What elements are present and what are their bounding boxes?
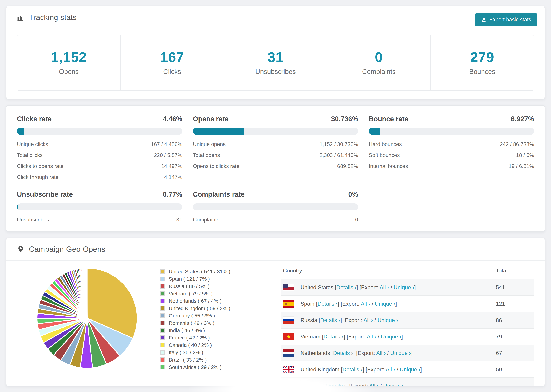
legend-item-spain: Spain ( 121 / 7% ) (160, 275, 264, 283)
stat-label: Click through rate (17, 174, 58, 180)
stat-label: Unique clicks (17, 141, 48, 147)
details-link[interactable]: Details › (326, 383, 346, 386)
stat-row-unique-clicks: Unique clicks167 / 4.456% (17, 139, 182, 150)
geo-table-row-netherlands: Netherlands [Details ›] [Export: All › /… (281, 345, 534, 361)
legend-label: Brazil ( 33 / 2% ) (169, 357, 207, 363)
summary-cell-clicks: 167Clicks (121, 35, 224, 91)
country-total (494, 378, 534, 386)
legend-swatch (160, 365, 165, 369)
country-name: Spain (300, 301, 316, 307)
stat-value: 18 / 0% (516, 152, 534, 158)
export-unique-link[interactable]: Unique › (375, 301, 396, 307)
stat-label: Unsubscribes (17, 217, 49, 223)
rate-value: 4.46% (163, 115, 182, 123)
stat-row-total-opens: Total opens2,303 / 61.446% (193, 150, 358, 161)
rates-grid: Clicks rate4.46%Unique clicks167 / 4.456… (6, 105, 545, 225)
dotted-leader (61, 179, 162, 179)
rate-value: 0% (348, 190, 358, 198)
stat-row-total-clicks: Total clicks220 / 5.87% (17, 150, 182, 161)
summary-row: 1,152Opens167Clicks31Unsubscribes0Compla… (17, 35, 534, 91)
rate-title: Opens rate (193, 115, 229, 123)
stat-value: 19 / 6.81% (509, 163, 534, 169)
export-basic-stats-button[interactable]: Export basic stats (475, 13, 537, 26)
details-link[interactable]: Details › (318, 301, 338, 307)
summary-value-complaints: 0 (327, 49, 430, 65)
export-unique-link[interactable]: Unique › (394, 284, 414, 290)
country-total: 86 (494, 312, 534, 328)
country-cell: Germany [Details ›] [Export: All › / Uni… (281, 378, 494, 386)
export-basic-stats-label: Export basic stats (489, 17, 531, 23)
dotted-leader (228, 146, 317, 146)
summary-value-unsubscribes: 31 (224, 49, 327, 65)
legend-item-south-africa: South Africa ( 29 / 2% ) (160, 364, 264, 371)
legend-swatch (160, 299, 165, 303)
legend-swatch (160, 291, 165, 296)
export-all-link[interactable]: All › (363, 317, 373, 323)
export-unique-link[interactable]: Unique › (383, 383, 404, 386)
geo-content: United States ( 541 / 31% )Spain ( 121 /… (6, 261, 545, 386)
legend-swatch (160, 335, 165, 340)
legend-swatch (160, 343, 165, 347)
legend-item-canada: Canada ( 40 / 2% ) (160, 341, 264, 349)
stat-row-internal-bounces: Internal bounces19 / 6.81% (369, 161, 534, 172)
summary-value-clicks: 167 (121, 49, 224, 65)
legend-item-brazil: Brazil ( 33 / 2% ) (160, 356, 264, 364)
country-total: 59 (494, 361, 534, 378)
geo-legend: United States ( 541 / 31% )Spain ( 121 /… (160, 268, 264, 371)
export-all-link[interactable]: All › (386, 366, 395, 372)
country-name: United States (300, 284, 335, 290)
export-unique-link[interactable]: Unique › (377, 317, 398, 323)
legend-item-russia: Russia ( 86 / 5% ) (160, 283, 264, 290)
summary-cell-opens: 1,152Opens (17, 35, 121, 91)
legend-label: Spain ( 121 / 7% ) (169, 276, 210, 282)
campaign-geo-opens-title: Campaign Geo Opens (29, 245, 106, 253)
export-all-link[interactable]: All › (376, 350, 386, 356)
rate-block-complaints-rate: Complaints rate0%Complaints0 (193, 190, 358, 225)
legend-item-france: France ( 42 / 2% ) (160, 334, 264, 341)
details-link[interactable]: Details › (324, 334, 344, 340)
export-unique-link[interactable]: Unique › (400, 366, 420, 372)
legend-swatch (160, 328, 165, 333)
stat-label: Opens to clicks rate (193, 163, 239, 169)
details-link[interactable]: Details › (342, 366, 362, 372)
legend-item-netherlands: Netherlands ( 67 / 4% ) (160, 297, 264, 305)
geo-table-header-row: Country Total (281, 262, 534, 279)
country-name: Netherlands (300, 350, 332, 356)
export-unique-link[interactable]: Unique › (390, 350, 411, 356)
dotted-leader (51, 146, 149, 146)
flag-us-icon (283, 284, 294, 291)
export-all-link[interactable]: All › (361, 301, 370, 307)
export-unique-link[interactable]: Unique › (381, 334, 402, 340)
stat-label: Clicks to opens rate (17, 163, 64, 169)
stat-row-hard-bounces: Hard bounces242 / 86.738% (369, 139, 534, 150)
legend-label: South Africa ( 29 / 2% ) (169, 364, 221, 370)
summary-label-clicks: Clicks (121, 68, 224, 75)
rate-block-unsubscribe-rate: Unsubscribe rate0.77%Unsubscribes31 (17, 190, 182, 225)
export-all-link[interactable]: All › (369, 383, 379, 386)
summary-cell-unsubscribes: 31Unsubscribes (224, 35, 327, 91)
export-all-link[interactable]: All › (367, 334, 376, 340)
details-link[interactable]: Details › (333, 350, 353, 356)
details-link[interactable]: Details › (320, 317, 340, 323)
country-links-text: United States [Details ›] [Export: All ›… (300, 284, 416, 291)
country-links-text: Russia [Details ›] [Export: All › / Uniq… (300, 317, 400, 323)
legend-label: Russia ( 86 / 5% ) (169, 283, 209, 289)
rate-progress-fill (17, 128, 24, 135)
legend-item-india: India ( 46 / 3% ) (160, 327, 264, 334)
legend-swatch (160, 321, 165, 325)
stat-value: 14.497% (161, 163, 182, 169)
country-cell: United Kingdom [Details ›] [Export: All … (281, 362, 494, 377)
rates-card: Clicks rate4.46%Unique clicks167 / 4.456… (6, 105, 545, 232)
geo-pie-chart (33, 264, 141, 372)
country-cell: Spain [Details ›] [Export: All › / Uniqu… (281, 296, 494, 312)
export-all-link[interactable]: All › (380, 284, 389, 290)
stat-value: 2,303 / 61.446% (319, 152, 358, 158)
geo-table-row-united-states: United States [Details ›] [Export: All ›… (281, 279, 534, 295)
summary-value-bounces: 279 (431, 49, 534, 65)
stat-value: 242 / 86.738% (500, 141, 534, 147)
export-icon (481, 17, 487, 22)
legend-item-vietnam: Vietnam ( 79 / 5% ) (160, 290, 264, 297)
details-link[interactable]: Details › (336, 284, 356, 290)
map-pin-icon (17, 245, 24, 253)
tracking-stats-header: Tracking stats Export basic stats (6, 6, 545, 29)
